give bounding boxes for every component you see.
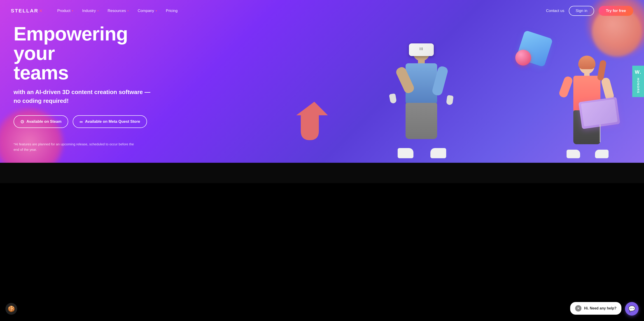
lp-left-arm [558, 76, 574, 99]
lp-shoe-right [595, 150, 608, 158]
vr-pants [406, 103, 437, 139]
nav-right: Contact us Sign in Try for free [546, 6, 633, 16]
vr-figure [392, 45, 451, 158]
steam-icon: ⊙ [20, 119, 24, 124]
nav-item-resources[interactable]: Resources ▾ [104, 7, 132, 15]
nav-links: Product ▾ Industry ▾ Resources ▾ Company… [54, 7, 546, 15]
hero-disclaimer: *AI features are planned for an upcoming… [14, 142, 140, 152]
nav-item-pricing[interactable]: Pricing [162, 7, 181, 15]
laptop-character [562, 54, 612, 158]
meta-quest-button[interactable]: ∞ Available on Meta Quest Store [73, 115, 147, 128]
chevron-down-icon: ▾ [156, 9, 157, 13]
sign-in-button[interactable]: Sign in [569, 6, 594, 16]
nav-item-company[interactable]: Company ▾ [134, 7, 160, 15]
vr-controller-left [389, 93, 397, 104]
chevron-down-icon: ▾ [97, 9, 99, 13]
chevron-down-icon: ▾ [72, 9, 73, 13]
lp-shoe-left [566, 150, 580, 158]
logo-star-icon: ✕ [39, 8, 43, 14]
meta-icon: ∞ [80, 119, 83, 124]
vr-headset [409, 43, 434, 56]
honors-w: W. [635, 69, 642, 75]
hero-title: Empowering your teams [14, 24, 167, 82]
bottom-bar [0, 163, 644, 183]
honors-badge: W. Honors [632, 66, 644, 97]
vr-shoe-left [398, 148, 414, 158]
lp-hair [578, 56, 596, 69]
chevron-down-icon: ▾ [127, 9, 129, 13]
decorative-sphere-pink [515, 50, 531, 66]
try-for-free-button[interactable]: Try for free [598, 6, 633, 16]
hero-section: W. Honors Empowering your teams with an … [0, 0, 644, 163]
navbar: STELLAR ✕ Product ▾ Industry ▾ Resources… [0, 0, 644, 22]
vr-shoe-right [430, 148, 446, 158]
lp-laptop [578, 97, 620, 129]
lp-laptop-screen [581, 99, 618, 127]
lp-wire [600, 124, 600, 142]
hero-content: Empowering your teams with an AI-driven … [0, 11, 181, 152]
vr-character [392, 45, 451, 158]
laptop-figure [562, 54, 612, 158]
hero-buttons: ⊙ Available on Steam ∞ Available on Meta… [14, 115, 167, 128]
logo[interactable]: STELLAR ✕ [11, 8, 43, 14]
decorative-arrow [296, 102, 332, 142]
nav-item-product[interactable]: Product ▾ [54, 7, 77, 15]
vr-controller-right [446, 95, 454, 105]
logo-text: STELLAR [11, 8, 38, 14]
nav-item-industry[interactable]: Industry ▾ [78, 7, 102, 15]
steam-button[interactable]: ⊙ Available on Steam [14, 115, 68, 128]
honors-text: Honors [636, 78, 640, 93]
contact-us-link[interactable]: Contact us [546, 9, 564, 13]
hero-subtitle: with an AI-driven 3D content creation so… [14, 88, 162, 105]
